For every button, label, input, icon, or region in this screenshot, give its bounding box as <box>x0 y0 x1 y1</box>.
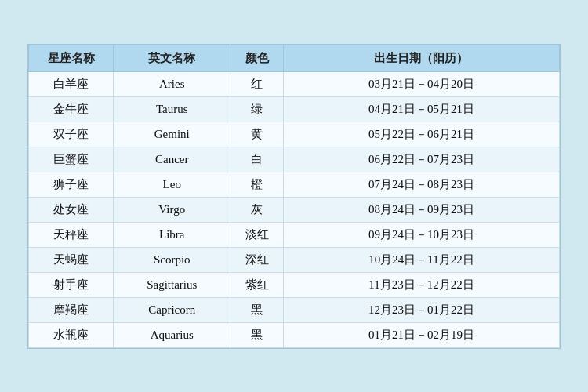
table-row: 水瓶座Aquarius黑01月21日－02月19日 <box>29 322 560 347</box>
table-row: 金牛座Taurus绿04月21日－05月21日 <box>29 96 560 122</box>
cell-english: Taurus <box>114 96 230 122</box>
cell-date: 05月22日－06月21日 <box>283 122 559 147</box>
cell-english: Capricorn <box>114 297 230 322</box>
cell-color: 淡红 <box>230 222 284 247</box>
header-color: 颜色 <box>230 45 284 71</box>
zodiac-table-container: 星座名称 英文名称 颜色 出生日期（阳历） 白羊座Aries红03月21日－04… <box>27 44 561 349</box>
cell-english: Aquarius <box>114 322 230 347</box>
header-english: 英文名称 <box>114 45 230 71</box>
cell-color: 白 <box>230 147 284 172</box>
cell-chinese: 处女座 <box>29 197 114 222</box>
cell-date: 11月23日－12月22日 <box>283 272 559 297</box>
cell-date: 08月24日－09月23日 <box>283 197 559 222</box>
table-row: 天蝎座Scorpio深红10月24日－11月22日 <box>29 247 560 272</box>
table-body: 白羊座Aries红03月21日－04月20日金牛座Taurus绿04月21日－0… <box>29 71 560 347</box>
table-header-row: 星座名称 英文名称 颜色 出生日期（阳历） <box>29 45 560 71</box>
table-row: 射手座Sagittarius紫红11月23日－12月22日 <box>29 272 560 297</box>
cell-color: 红 <box>230 71 284 96</box>
cell-date: 01月21日－02月19日 <box>283 322 559 347</box>
cell-color: 灰 <box>230 197 284 222</box>
cell-date: 09月24日－10月23日 <box>283 222 559 247</box>
cell-chinese: 巨蟹座 <box>29 147 114 172</box>
table-row: 白羊座Aries红03月21日－04月20日 <box>29 71 560 96</box>
table-row: 巨蟹座Cancer白06月22日－07月23日 <box>29 147 560 172</box>
cell-color: 黑 <box>230 322 284 347</box>
cell-chinese: 天秤座 <box>29 222 114 247</box>
cell-english: Cancer <box>114 147 230 172</box>
cell-chinese: 摩羯座 <box>29 297 114 322</box>
table-row: 双子座Gemini黄05月22日－06月21日 <box>29 122 560 147</box>
cell-english: Libra <box>114 222 230 247</box>
cell-color: 紫红 <box>230 272 284 297</box>
cell-chinese: 狮子座 <box>29 172 114 197</box>
cell-chinese: 射手座 <box>29 272 114 297</box>
cell-date: 04月21日－05月21日 <box>283 96 559 122</box>
table-row: 狮子座Leo橙07月24日－08月23日 <box>29 172 560 197</box>
cell-chinese: 白羊座 <box>29 71 114 96</box>
cell-chinese: 金牛座 <box>29 96 114 122</box>
cell-english: Gemini <box>114 122 230 147</box>
table-row: 摩羯座Capricorn黑12月23日－01月22日 <box>29 297 560 322</box>
cell-date: 07月24日－08月23日 <box>283 172 559 197</box>
cell-color: 橙 <box>230 172 284 197</box>
cell-date: 03月21日－04月20日 <box>283 71 559 96</box>
cell-date: 06月22日－07月23日 <box>283 147 559 172</box>
zodiac-table: 星座名称 英文名称 颜色 出生日期（阳历） 白羊座Aries红03月21日－04… <box>28 45 560 348</box>
cell-chinese: 天蝎座 <box>29 247 114 272</box>
cell-english: Scorpio <box>114 247 230 272</box>
cell-english: Aries <box>114 71 230 96</box>
header-date: 出生日期（阳历） <box>283 45 559 71</box>
cell-color: 深红 <box>230 247 284 272</box>
cell-date: 10月24日－11月22日 <box>283 247 559 272</box>
cell-color: 黑 <box>230 297 284 322</box>
cell-english: Leo <box>114 172 230 197</box>
header-chinese: 星座名称 <box>29 45 114 71</box>
cell-english: Virgo <box>114 197 230 222</box>
cell-chinese: 双子座 <box>29 122 114 147</box>
cell-english: Sagittarius <box>114 272 230 297</box>
cell-color: 黄 <box>230 122 284 147</box>
cell-chinese: 水瓶座 <box>29 322 114 347</box>
table-row: 处女座Virgo灰08月24日－09月23日 <box>29 197 560 222</box>
cell-color: 绿 <box>230 96 284 122</box>
cell-date: 12月23日－01月22日 <box>283 297 559 322</box>
table-row: 天秤座Libra淡红09月24日－10月23日 <box>29 222 560 247</box>
